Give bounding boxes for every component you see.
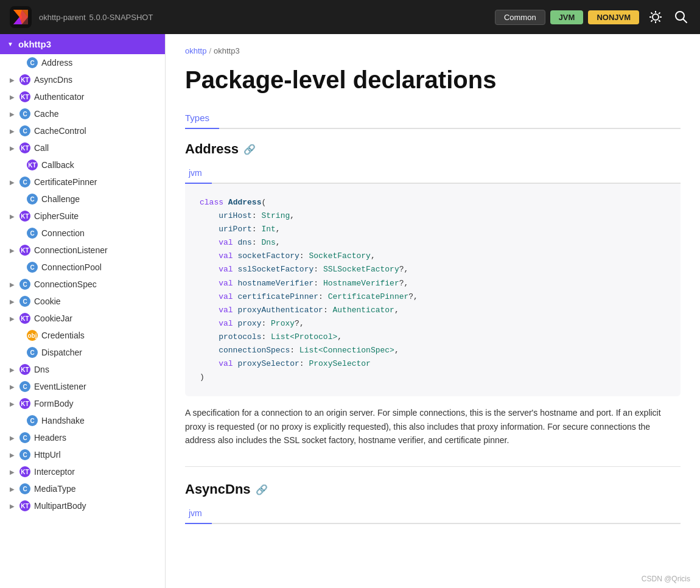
- address-icon: C: [27, 57, 38, 68]
- headers-label: Headers: [34, 433, 66, 443]
- cache-label: Cache: [34, 109, 58, 119]
- call-label: Call: [34, 143, 49, 153]
- chevron-right-icon: ▶: [10, 366, 16, 373]
- call-icon: KT: [19, 142, 30, 153]
- svg-point-6: [653, 14, 659, 20]
- theme-toggle-icon[interactable]: [646, 8, 665, 26]
- chevron-right-icon: ▶: [10, 128, 16, 135]
- sidebar-item-callback[interactable]: KT Callback: [0, 156, 165, 173]
- connection-label: Connection: [41, 228, 85, 238]
- sidebar-item-credentials[interactable]: obj Credentials: [0, 327, 165, 344]
- sidebar-items-list: C Address ▶ KT AsyncDns ▶ KT Authenticat…: [0, 54, 165, 514]
- chevron-right-icon: ▶: [10, 298, 16, 305]
- address-jvm-tab[interactable]: jvm: [185, 164, 212, 184]
- breadcrumb-parent[interactable]: okhttp: [185, 46, 206, 55]
- root-chevron-icon: ▼: [7, 41, 13, 47]
- sidebar-item-httpurl[interactable]: ▶ C HttpUrl: [0, 446, 165, 463]
- asyncdns-heading: AsyncDns 🔗: [185, 481, 681, 497]
- certificatepinner-label: CertificatePinner: [34, 177, 97, 187]
- chevron-right-icon: ▶: [10, 401, 16, 407]
- formbody-icon: KT: [19, 398, 30, 409]
- sidebar-item-authenticator[interactable]: ▶ KT Authenticator: [0, 88, 165, 105]
- chevron-right-icon: ▶: [10, 503, 16, 509]
- cachecontrol-label: CacheControl: [34, 126, 86, 136]
- sidebar-item-multipartbody[interactable]: ▶ KT MultipartBody: [0, 497, 165, 514]
- sidebar-item-mediatype[interactable]: ▶ C MediaType: [0, 480, 165, 497]
- svg-line-16: [684, 19, 687, 23]
- sidebar-item-connectionpool[interactable]: C ConnectionPool: [0, 259, 165, 276]
- chevron-right-icon: ▶: [10, 111, 16, 117]
- sidebar-item-connectionlistener[interactable]: ▶ KT ConnectionListener: [0, 242, 165, 259]
- challenge-icon: C: [27, 194, 38, 205]
- sidebar-item-address[interactable]: C Address: [0, 54, 165, 71]
- sidebar-item-asyncdns[interactable]: ▶ KT AsyncDns: [0, 71, 165, 88]
- connectionlistener-label: ConnectionListener: [34, 245, 108, 255]
- svg-line-11: [651, 13, 653, 14]
- asyncdns-jvm-tab[interactable]: jvm: [185, 505, 212, 524]
- common-button[interactable]: Common: [495, 10, 545, 25]
- ciphersuite-icon: KT: [19, 211, 30, 222]
- address-label: Address: [41, 58, 72, 68]
- nonjvm-button[interactable]: NONJVM: [588, 10, 639, 24]
- chevron-right-icon: ▶: [10, 213, 16, 220]
- connectionpool-label: ConnectionPool: [41, 262, 102, 272]
- chevron-right-icon: ▶: [10, 281, 16, 288]
- address-section: Address 🔗 jvm class Address( uriHost: St…: [185, 141, 681, 447]
- asyncdns-link-icon[interactable]: 🔗: [256, 484, 268, 495]
- breadcrumb-separator: /: [209, 46, 211, 55]
- headers-icon: C: [19, 432, 30, 443]
- section-tabs: Types: [185, 109, 681, 129]
- connectionspec-icon: C: [19, 279, 30, 290]
- sidebar-item-handshake[interactable]: C Handshake: [0, 412, 165, 429]
- httpurl-label: HttpUrl: [34, 450, 61, 460]
- mediatype-label: MediaType: [34, 484, 75, 494]
- main-content: okhttp / okhttp3 Package-level declarati…: [166, 34, 700, 588]
- sidebar-item-eventlistener[interactable]: ▶ C EventListener: [0, 378, 165, 395]
- sidebar-root-label: okhttp3: [18, 39, 51, 49]
- sidebar-item-dns[interactable]: ▶ KT Dns: [0, 361, 165, 378]
- httpurl-icon: C: [19, 449, 30, 460]
- sidebar-item-ciphersuite[interactable]: ▶ KT CipherSuite: [0, 208, 165, 225]
- sidebar-root-item[interactable]: ▼ okhttp3: [0, 34, 165, 54]
- cache-icon: C: [19, 108, 30, 119]
- logo: okhttp-parent5.0.0-SNAPSHOT: [10, 6, 153, 28]
- search-icon[interactable]: [672, 8, 690, 26]
- sidebar-item-challenge[interactable]: C Challenge: [0, 191, 165, 208]
- address-heading: Address 🔗: [185, 141, 681, 157]
- sidebar-item-connectionspec[interactable]: ▶ C ConnectionSpec: [0, 276, 165, 293]
- interceptor-icon: KT: [19, 466, 30, 477]
- breadcrumb-current: okhttp3: [214, 46, 240, 55]
- sidebar-item-interceptor[interactable]: ▶ KT Interceptor: [0, 463, 165, 480]
- chevron-right-icon: ▶: [10, 77, 16, 83]
- address-link-icon[interactable]: 🔗: [243, 144, 256, 155]
- mediatype-icon: C: [19, 483, 30, 494]
- sidebar-item-cookiejar[interactable]: ▶ KT CookieJar: [0, 310, 165, 327]
- project-name: okhttp-parent5.0.0-SNAPSHOT: [37, 12, 153, 22]
- sidebar-item-connection[interactable]: C Connection: [0, 225, 165, 242]
- jvm-button[interactable]: JVM: [550, 10, 584, 24]
- sidebar-item-dispatcher[interactable]: C Dispatcher: [0, 344, 165, 361]
- dispatcher-icon: C: [27, 347, 38, 358]
- credentials-icon: obj: [27, 330, 38, 341]
- sidebar-item-headers[interactable]: ▶ C Headers: [0, 429, 165, 446]
- header: okhttp-parent5.0.0-SNAPSHOT Common JVM N…: [0, 0, 700, 34]
- sidebar-item-certificatepinner[interactable]: ▶ C CertificatePinner: [0, 173, 165, 191]
- tab-types[interactable]: Types: [185, 109, 219, 129]
- sidebar-item-cache[interactable]: ▶ C Cache: [0, 105, 165, 122]
- page-title: Package-level declarations: [185, 65, 681, 94]
- sidebar-item-call[interactable]: ▶ KT Call: [0, 139, 165, 156]
- address-title: Address: [185, 141, 239, 157]
- sidebar-item-cachecontrol[interactable]: ▶ C CacheControl: [0, 122, 165, 139]
- watermark: CSDN @Qricis: [642, 575, 690, 583]
- address-code-block: class Address( uriHost: String, uriPort:…: [185, 184, 681, 396]
- interceptor-label: Interceptor: [34, 467, 75, 477]
- address-code-tab-bar: jvm: [185, 164, 681, 184]
- sidebar-item-formbody[interactable]: ▶ KT FormBody: [0, 395, 165, 412]
- callback-label: Callback: [41, 160, 74, 170]
- credentials-label: Credentials: [41, 331, 85, 340]
- sidebar-item-cookie[interactable]: ▶ C Cookie: [0, 293, 165, 310]
- dns-label: Dns: [34, 365, 49, 374]
- svg-line-13: [659, 13, 660, 14]
- asyncdns-icon: KT: [19, 74, 30, 85]
- cookie-label: Cookie: [34, 296, 61, 306]
